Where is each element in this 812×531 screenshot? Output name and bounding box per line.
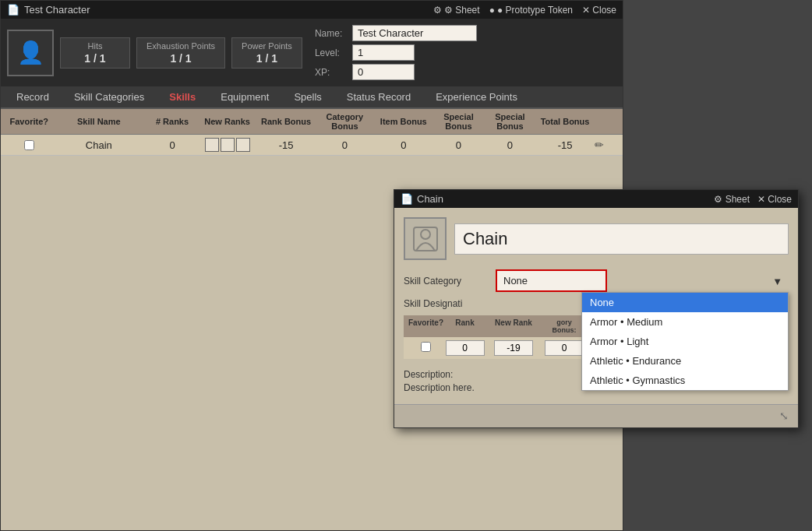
popup-title-controls: ⚙ Sheet ✕ Close: [714, 194, 792, 205]
hits-max[interactable]: 1: [100, 52, 106, 65]
close-button[interactable]: ✕ Close: [582, 5, 616, 16]
popup-newrank-input[interactable]: [494, 340, 533, 356]
title-bar-left: 📄 Test Character: [7, 4, 90, 16]
xp-label: XP:: [315, 67, 346, 78]
table-row: Chain 0 -15 0 0 0 0 -15 ✏: [1, 135, 623, 156]
power-points-max[interactable]: 1: [271, 52, 277, 65]
popup-cat-cell: [541, 340, 588, 356]
popup-title-left: 📄 Chain: [401, 193, 443, 205]
dropdown-item-armor-medium[interactable]: Armor • Medium: [582, 312, 788, 332]
new-ranks-cell: [198, 138, 256, 152]
popup-footer: ⤡: [394, 404, 798, 427]
popup-rank-cell: [443, 340, 486, 356]
exhaustion-sep: /: [179, 52, 185, 65]
exhaustion-max[interactable]: 1: [185, 52, 192, 65]
hits-sep: /: [94, 52, 100, 65]
ranks-cell: 0: [147, 139, 198, 151]
main-window-title: Test Character: [24, 4, 90, 16]
tab-skills[interactable]: Skills: [157, 86, 208, 107]
skill-header: [404, 217, 789, 260]
prototype-token-button[interactable]: ● ● Prototype Token: [489, 5, 573, 16]
header-skill-name: Skill Name: [51, 117, 147, 126]
tab-experience-points[interactable]: Experience Points: [423, 86, 530, 107]
popup-window: 📄 Chain ⚙ Sheet ✕ Close Sk: [394, 189, 799, 428]
avatar-icon: 👤: [17, 40, 44, 65]
skill-category-row: Skill Category None Armor • Medium Armor…: [404, 269, 789, 292]
header-item-bonus: Item Bonus: [374, 117, 432, 126]
popup-rank-input[interactable]: [446, 340, 485, 356]
header-ranks: # Ranks: [147, 117, 198, 126]
popup-title-bar: 📄 Chain ⚙ Sheet ✕ Close: [394, 190, 798, 208]
skill-name-cell: Chain: [51, 139, 147, 151]
skill-icon: [410, 223, 441, 255]
rank-box-2[interactable]: [221, 138, 235, 152]
skill-category-select-wrapper: None Armor • Medium Armor • Light Athlet…: [496, 269, 789, 292]
skill-category-label: Skill Category: [404, 276, 489, 287]
header-special-bonus-1: Special Bonus: [432, 112, 484, 131]
popup-header-favorite: Favorite?: [408, 318, 443, 334]
tab-status-record[interactable]: Status Record: [334, 86, 423, 107]
popup-favorite-checkbox[interactable]: [421, 342, 431, 352]
popup-header-category: goryBonus:: [541, 318, 588, 334]
nav-tabs: Record Skill Categories Skills Equipment…: [1, 86, 623, 109]
exhaustion-label: Exhaustion Points: [147, 41, 215, 51]
tab-spells[interactable]: Spells: [281, 86, 334, 107]
token-icon: ●: [489, 5, 495, 16]
popup-cat-input[interactable]: [545, 340, 584, 356]
name-label: Name:: [315, 28, 346, 39]
header-section: 👤 Hits 1 / 1 Exhaustion Points 1 / 1 Pow…: [1, 19, 623, 86]
exhaustion-current[interactable]: 1: [170, 52, 176, 65]
edit-button[interactable]: ✏: [595, 139, 604, 151]
popup-content: Skill Category None Armor • Medium Armor…: [394, 208, 798, 404]
popup-title-icon: 📄: [401, 193, 413, 205]
skill-name-input[interactable]: [454, 223, 789, 255]
level-input[interactable]: [352, 44, 415, 61]
power-points-values: 1 / 1: [242, 52, 292, 65]
popup-header-rank: Rank: [443, 318, 486, 334]
popup-sheet-button[interactable]: ⚙ Sheet: [714, 194, 750, 205]
favorite-checkbox[interactable]: [24, 140, 34, 150]
power-points-current[interactable]: 1: [256, 52, 263, 65]
tab-record[interactable]: Record: [4, 86, 62, 107]
xp-input[interactable]: [352, 64, 415, 80]
name-row: Name:: [315, 25, 477, 41]
header-special-bonus-2: Special Bonus: [484, 112, 535, 131]
chevron-down-icon: ▼: [772, 275, 782, 287]
name-input[interactable]: [352, 25, 477, 41]
tab-equipment[interactable]: Equipment: [208, 86, 281, 107]
header-total-bonus: Total Bonus: [535, 117, 594, 126]
popup-title: Chain: [417, 193, 443, 205]
dropdown-item-armor-light[interactable]: Armor • Light: [582, 332, 788, 351]
dropdown-item-athletic-gymnastics[interactable]: Athletic • Gymnastics: [582, 371, 788, 390]
main-title-bar: 📄 Test Character ⚙ ⚙ Sheet ● ● Prototype…: [1, 1, 623, 19]
sheet-button[interactable]: ⚙ ⚙ Sheet: [433, 5, 480, 16]
skills-table-header: Favorite? Skill Name # Ranks New Ranks R…: [1, 109, 623, 135]
resize-handle-icon[interactable]: ⤡: [779, 410, 792, 422]
popup-close-button[interactable]: ✕ Close: [757, 194, 792, 205]
hits-label: Hits: [70, 41, 120, 51]
tab-skill-categories[interactable]: Skill Categories: [62, 86, 157, 107]
header-category-bonus: Category Bonus: [316, 112, 374, 131]
skill-category-select[interactable]: None Armor • Medium Armor • Light Athlet…: [496, 269, 607, 292]
total-bonus-cell: -15: [535, 139, 594, 151]
rank-box-3[interactable]: [236, 138, 250, 152]
gear-icon: ⚙: [433, 5, 442, 16]
level-label: Level:: [315, 47, 346, 58]
hits-current[interactable]: 1: [84, 52, 90, 65]
dropdown-item-athletic-endurance[interactable]: Athletic • Endurance: [582, 351, 788, 371]
header-new-ranks: New Ranks: [198, 117, 256, 126]
action-cell: ✏: [595, 139, 616, 151]
header-favorite: Favorite?: [7, 117, 51, 126]
rank-box-1[interactable]: [205, 138, 219, 152]
skill-category-dropdown[interactable]: None Armor • Medium Armor • Light Athlet…: [581, 292, 789, 391]
main-title-icon: 📄: [7, 4, 19, 16]
xp-row: XP:: [315, 64, 477, 80]
svg-point-1: [421, 230, 430, 239]
dropdown-item-none[interactable]: None: [582, 293, 788, 312]
rank-bonus-cell: -15: [256, 139, 315, 151]
hits-values: 1 / 1: [70, 52, 120, 65]
special-bonus-1-cell: 0: [432, 139, 484, 151]
favorite-cell: [7, 140, 51, 150]
popup-newrank-cell: [486, 340, 541, 356]
level-row: Level:: [315, 44, 477, 61]
